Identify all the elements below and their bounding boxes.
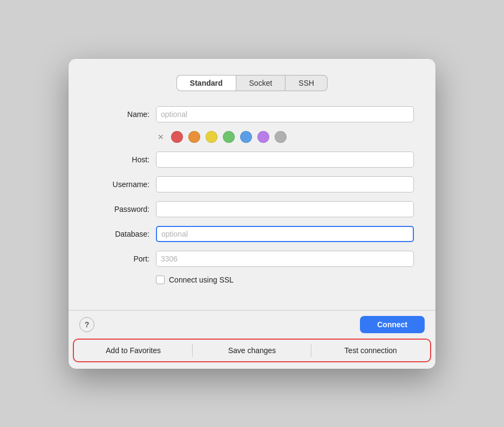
ssl-checkbox[interactable] — [156, 276, 165, 284]
tab-standard[interactable]: Standard — [176, 75, 236, 91]
color-purple[interactable] — [257, 131, 269, 143]
save-changes-button[interactable]: Save changes — [193, 340, 311, 361]
tab-bar: Standard Socket SSH — [90, 75, 414, 91]
database-input[interactable] — [156, 226, 414, 242]
dialog-body: Standard Socket SSH Name: ✕ Host: Use — [69, 59, 435, 301]
color-row: ✕ — [156, 131, 414, 143]
port-row: Port: — [90, 251, 414, 267]
add-favorites-button[interactable]: Add to Favorites — [74, 340, 193, 361]
color-yellow[interactable] — [206, 131, 217, 143]
help-button[interactable]: ? — [79, 317, 94, 332]
ssl-label: Connect using SSL — [169, 276, 234, 284]
database-row: Database: — [90, 226, 414, 242]
color-gray[interactable] — [275, 131, 287, 143]
password-label: Password: — [90, 205, 149, 214]
ssl-row: Connect using SSL — [156, 276, 414, 284]
color-green[interactable] — [223, 131, 235, 143]
action-bar: Add to Favorites Save changes Test conne… — [73, 339, 431, 362]
name-input[interactable] — [156, 106, 414, 122]
color-orange[interactable] — [188, 131, 200, 143]
username-input[interactable] — [156, 176, 414, 192]
tab-socket[interactable]: Socket — [236, 75, 286, 91]
connect-row: ? Connect — [69, 311, 435, 339]
host-label: Host: — [90, 155, 149, 164]
connection-dialog: Standard Socket SSH Name: ✕ Host: Use — [69, 59, 435, 369]
tab-ssh[interactable]: SSH — [285, 75, 328, 91]
username-label: Username: — [90, 180, 149, 189]
host-row: Host: — [90, 151, 414, 168]
password-row: Password: — [90, 201, 414, 217]
color-blue[interactable] — [240, 131, 252, 143]
name-label: Name: — [90, 110, 149, 119]
port-input[interactable] — [156, 251, 414, 267]
host-input[interactable] — [156, 151, 414, 168]
color-red[interactable] — [171, 131, 183, 143]
username-row: Username: — [90, 176, 414, 192]
color-clear-icon[interactable]: ✕ — [156, 132, 166, 142]
password-input[interactable] — [156, 201, 414, 217]
test-connection-button[interactable]: Test connection — [311, 340, 430, 361]
database-label: Database: — [90, 230, 149, 238]
connect-button[interactable]: Connect — [360, 316, 425, 333]
name-row: Name: — [90, 106, 414, 122]
port-label: Port: — [90, 254, 149, 263]
